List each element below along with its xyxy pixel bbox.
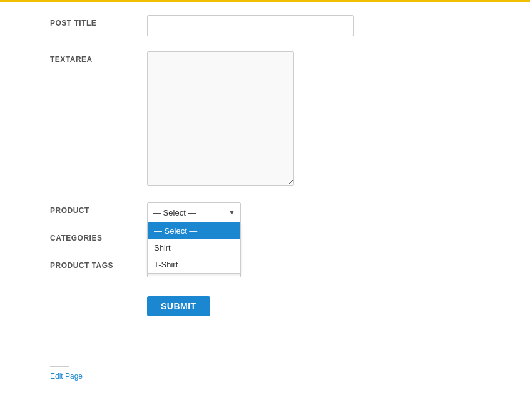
post-title-label: POST TITLE [50,15,147,28]
edit-page-divider [50,366,69,368]
edit-page-section: Edit Page [0,366,530,381]
product-categories-row: PRODUCT CATEGORIES — Select — ▼ — Select… [50,202,480,242]
edit-page-link[interactable]: Edit Page [50,372,83,381]
textarea-input[interactable] [147,51,294,186]
dropdown-item-select[interactable]: — Select — [148,222,240,239]
submit-row: SUBMIT [50,296,480,316]
dropdown-item-shirt[interactable]: Shirt [148,239,240,256]
product-label: PRODUCT CATEGORIES [50,202,147,242]
form-container: POST TITLE TEXTAREA PRODUCT CATEGORIES [0,2,530,360]
textarea-label: TEXTAREA [50,51,147,64]
product-dropdown-selected: — Select — [153,208,196,218]
product-tags-label: PRODUCT TAGS [50,258,147,270]
dropdown-item-tshirt[interactable]: T-Shirt [148,256,240,273]
post-title-input[interactable] [147,15,354,36]
product-tags-row: PRODUCT TAGS — Select — ▼ [50,258,480,278]
product-dropdown-arrow: ▼ [228,209,235,216]
product-dropdown-display[interactable]: — Select — ▼ [147,202,241,222]
page-wrapper: POST TITLE TEXTAREA PRODUCT CATEGORIES [0,0,530,381]
textarea-row: TEXTAREA [50,51,480,188]
textarea-control [147,51,480,188]
product-dropdown-list: — Select — Shirt T-Shirt [147,222,241,274]
product-dropdown-wrapper: — Select — ▼ — Select — Shirt T-Shirt [147,202,480,222]
product-categories-control: — Select — ▼ — Select — Shirt T-Shirt [147,202,480,222]
submit-button[interactable]: SUBMIT [147,296,210,316]
post-title-control [147,15,480,36]
post-title-row: POST TITLE [50,15,480,36]
